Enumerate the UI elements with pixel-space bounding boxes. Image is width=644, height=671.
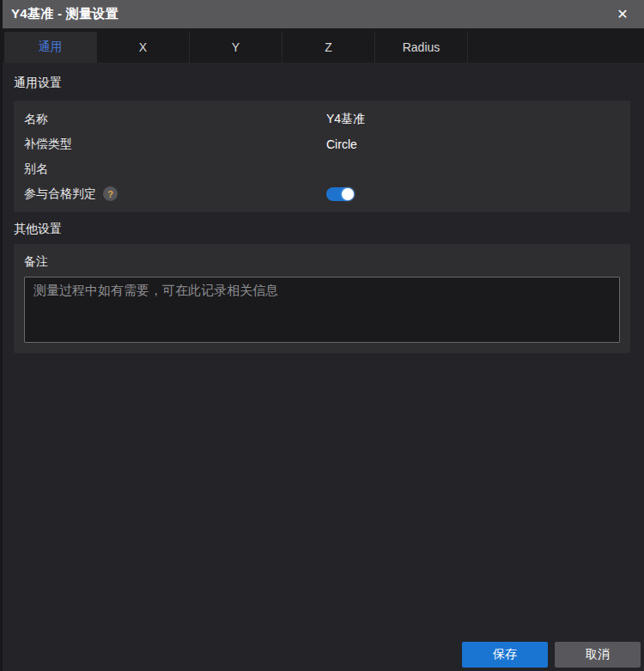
tab-radius[interactable]: Radius — [375, 32, 468, 63]
window-left-edge — [0, 0, 3, 671]
pass-judgment-toggle[interactable] — [326, 187, 355, 201]
save-button[interactable]: 保存 — [462, 642, 548, 668]
pass-judgment-label: 参与合格判定 ? — [24, 186, 326, 202]
name-value: Y4基准 — [326, 112, 365, 127]
row-compensation-type: 补偿类型 Circle — [24, 131, 620, 156]
general-section-title: 通用设置 — [14, 76, 630, 90]
tab-z[interactable]: Z — [283, 32, 375, 63]
dialog-titlebar: Y4基准 - 测量设置 ✕ — [0, 0, 644, 28]
close-icon[interactable]: ✕ — [613, 5, 632, 24]
pass-judgment-label-text: 参与合格判定 — [24, 186, 96, 202]
general-settings-panel: 名称 Y4基准 补偿类型 Circle 别名 参与合格判定 ? — [14, 101, 630, 212]
row-name: 名称 Y4基准 — [24, 107, 620, 131]
dialog-title: Y4基准 - 测量设置 — [11, 6, 118, 22]
compensation-type-value: Circle — [326, 137, 357, 151]
tab-y[interactable]: Y — [190, 32, 283, 63]
footer-actions: 保存 取消 — [462, 642, 641, 668]
tab-bar: 通用 X Y Z Radius — [0, 28, 644, 63]
row-pass-judgment: 参与合格判定 ? — [24, 181, 620, 206]
remark-label: 备注 — [24, 254, 620, 269]
compensation-type-label: 补偿类型 — [24, 137, 326, 152]
other-settings-panel: 备注 — [14, 244, 630, 353]
row-alias: 别名 — [24, 156, 620, 181]
alias-label: 别名 — [24, 162, 326, 177]
remark-input[interactable] — [24, 277, 620, 343]
help-icon[interactable]: ? — [103, 186, 118, 201]
name-label: 名称 — [24, 112, 326, 127]
tab-x[interactable]: X — [97, 32, 190, 63]
cancel-button[interactable]: 取消 — [555, 642, 641, 668]
tab-general[interactable]: 通用 — [4, 32, 97, 63]
other-section-title: 其他设置 — [14, 222, 630, 236]
toggle-knob-icon — [342, 188, 354, 200]
